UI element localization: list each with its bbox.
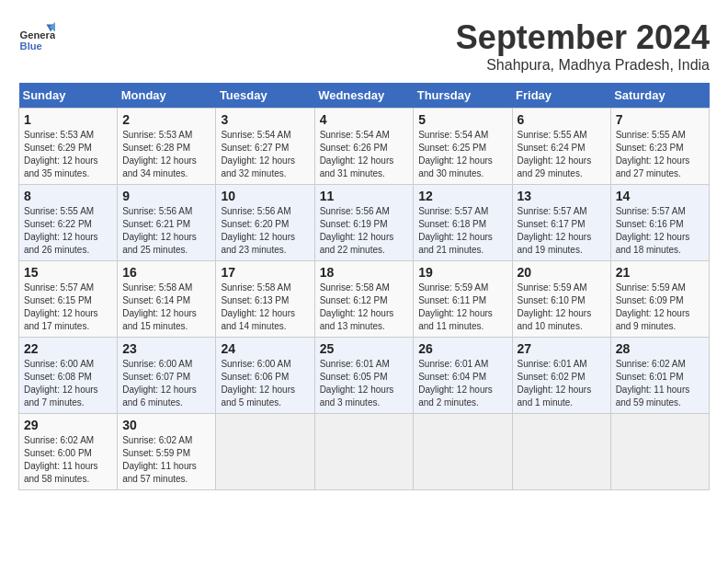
svg-text:General: General	[20, 29, 55, 40]
day-number: 6	[518, 112, 606, 127]
calendar-week-3: 15Sunrise: 5:57 AM Sunset: 6:15 PM Dayli…	[19, 261, 710, 338]
calendar-cell: 26Sunrise: 6:01 AM Sunset: 6:04 PM Dayli…	[414, 338, 512, 414]
calendar-cell	[216, 414, 314, 490]
calendar-cell	[610, 414, 709, 490]
day-number: 17	[221, 265, 309, 280]
calendar-header-row: SundayMondayTuesdayWednesdayThursdayFrid…	[19, 83, 710, 109]
day-number: 14	[616, 189, 704, 203]
day-number: 4	[320, 112, 409, 127]
day-info: Sunrise: 6:01 AM Sunset: 6:02 PM Dayligh…	[518, 358, 606, 409]
month-title: September 2024	[456, 18, 710, 57]
day-number: 20	[518, 265, 606, 280]
day-info: Sunrise: 6:00 AM Sunset: 6:07 PM Dayligh…	[122, 358, 210, 409]
day-info: Sunrise: 6:01 AM Sunset: 6:05 PM Dayligh…	[320, 358, 409, 409]
calendar-table: SundayMondayTuesdayWednesdayThursdayFrid…	[18, 83, 710, 490]
day-info: Sunrise: 6:02 AM Sunset: 6:01 PM Dayligh…	[616, 358, 704, 409]
header-cell-tuesday: Tuesday	[216, 83, 314, 109]
day-info: Sunrise: 5:55 AM Sunset: 6:24 PM Dayligh…	[518, 129, 606, 180]
calendar-cell: 28Sunrise: 6:02 AM Sunset: 6:01 PM Dayli…	[610, 338, 709, 414]
calendar-cell: 25Sunrise: 6:01 AM Sunset: 6:05 PM Dayli…	[314, 338, 414, 414]
page-header: General Blue September 2024 Shahpura, Ma…	[18, 18, 710, 74]
day-number: 8	[24, 189, 112, 203]
header-cell-wednesday: Wednesday	[314, 83, 414, 109]
calendar-cell: 21Sunrise: 5:59 AM Sunset: 6:09 PM Dayli…	[610, 261, 709, 338]
day-info: Sunrise: 5:57 AM Sunset: 6:17 PM Dayligh…	[518, 205, 606, 257]
day-number: 7	[616, 112, 704, 127]
day-info: Sunrise: 5:54 AM Sunset: 6:27 PM Dayligh…	[221, 129, 309, 180]
day-info: Sunrise: 5:57 AM Sunset: 6:15 PM Dayligh…	[24, 282, 112, 333]
calendar-cell: 9Sunrise: 5:56 AM Sunset: 6:21 PM Daylig…	[118, 185, 216, 261]
header-cell-sunday: Sunday	[19, 83, 118, 109]
title-block: September 2024 Shahpura, Madhya Pradesh,…	[456, 18, 710, 74]
calendar-cell: 2Sunrise: 5:53 AM Sunset: 6:28 PM Daylig…	[118, 109, 216, 185]
calendar-cell: 20Sunrise: 5:59 AM Sunset: 6:10 PM Dayli…	[512, 261, 610, 338]
day-info: Sunrise: 5:58 AM Sunset: 6:13 PM Dayligh…	[221, 282, 309, 333]
calendar-cell: 3Sunrise: 5:54 AM Sunset: 6:27 PM Daylig…	[216, 109, 314, 185]
logo-icon: General Blue	[18, 18, 55, 55]
day-number: 1	[24, 112, 112, 127]
calendar-cell: 19Sunrise: 5:59 AM Sunset: 6:11 PM Dayli…	[414, 261, 512, 338]
day-info: Sunrise: 5:59 AM Sunset: 6:11 PM Dayligh…	[418, 282, 506, 333]
day-number: 16	[122, 265, 210, 280]
calendar-body: 1Sunrise: 5:53 AM Sunset: 6:29 PM Daylig…	[19, 109, 710, 490]
header-cell-monday: Monday	[118, 83, 216, 109]
svg-text:Blue: Blue	[20, 40, 42, 52]
day-info: Sunrise: 5:54 AM Sunset: 6:26 PM Dayligh…	[320, 129, 409, 180]
day-number: 18	[320, 265, 409, 280]
day-info: Sunrise: 5:55 AM Sunset: 6:23 PM Dayligh…	[616, 129, 704, 180]
calendar-cell: 29Sunrise: 6:02 AM Sunset: 6:00 PM Dayli…	[19, 414, 118, 490]
day-number: 30	[122, 418, 210, 432]
day-info: Sunrise: 6:02 AM Sunset: 6:00 PM Dayligh…	[24, 434, 112, 486]
calendar-cell: 11Sunrise: 5:56 AM Sunset: 6:19 PM Dayli…	[314, 185, 414, 261]
day-number: 21	[616, 265, 704, 280]
day-info: Sunrise: 5:59 AM Sunset: 6:09 PM Dayligh…	[616, 282, 704, 333]
calendar-cell	[512, 414, 610, 490]
calendar-cell: 5Sunrise: 5:54 AM Sunset: 6:25 PM Daylig…	[414, 109, 512, 185]
day-info: Sunrise: 6:01 AM Sunset: 6:04 PM Dayligh…	[418, 358, 506, 409]
calendar-cell	[314, 414, 414, 490]
calendar-cell: 22Sunrise: 6:00 AM Sunset: 6:08 PM Dayli…	[19, 338, 118, 414]
header-cell-thursday: Thursday	[414, 83, 512, 109]
calendar-week-4: 22Sunrise: 6:00 AM Sunset: 6:08 PM Dayli…	[19, 338, 710, 414]
day-number: 24	[221, 341, 309, 356]
day-info: Sunrise: 5:55 AM Sunset: 6:22 PM Dayligh…	[24, 205, 112, 257]
day-info: Sunrise: 5:54 AM Sunset: 6:25 PM Dayligh…	[418, 129, 506, 180]
day-info: Sunrise: 5:53 AM Sunset: 6:29 PM Dayligh…	[24, 129, 112, 180]
day-number: 2	[122, 112, 210, 127]
calendar-cell: 1Sunrise: 5:53 AM Sunset: 6:29 PM Daylig…	[19, 109, 118, 185]
day-number: 10	[221, 189, 309, 203]
logo: General Blue	[18, 18, 55, 55]
day-info: Sunrise: 6:00 AM Sunset: 6:06 PM Dayligh…	[221, 358, 309, 409]
day-number: 19	[418, 265, 506, 280]
calendar-cell: 13Sunrise: 5:57 AM Sunset: 6:17 PM Dayli…	[512, 185, 610, 261]
day-number: 15	[24, 265, 112, 280]
header-cell-friday: Friday	[512, 83, 610, 109]
day-number: 25	[320, 341, 409, 356]
day-number: 9	[122, 189, 210, 203]
calendar-cell: 17Sunrise: 5:58 AM Sunset: 6:13 PM Dayli…	[216, 261, 314, 338]
calendar-cell: 23Sunrise: 6:00 AM Sunset: 6:07 PM Dayli…	[118, 338, 216, 414]
day-number: 23	[122, 341, 210, 356]
day-number: 22	[24, 341, 112, 356]
day-number: 27	[518, 341, 606, 356]
day-number: 5	[418, 112, 506, 127]
calendar-week-2: 8Sunrise: 5:55 AM Sunset: 6:22 PM Daylig…	[19, 185, 710, 261]
day-info: Sunrise: 5:59 AM Sunset: 6:10 PM Dayligh…	[518, 282, 606, 333]
calendar-cell: 10Sunrise: 5:56 AM Sunset: 6:20 PM Dayli…	[216, 185, 314, 261]
day-number: 11	[320, 189, 409, 203]
day-number: 26	[418, 341, 506, 356]
day-info: Sunrise: 5:56 AM Sunset: 6:20 PM Dayligh…	[221, 205, 309, 257]
day-info: Sunrise: 5:56 AM Sunset: 6:19 PM Dayligh…	[320, 205, 409, 257]
calendar-cell: 12Sunrise: 5:57 AM Sunset: 6:18 PM Dayli…	[414, 185, 512, 261]
day-number: 12	[418, 189, 506, 203]
day-number: 13	[518, 189, 606, 203]
day-number: 28	[616, 341, 704, 356]
day-info: Sunrise: 6:02 AM Sunset: 5:59 PM Dayligh…	[122, 434, 210, 486]
location-subtitle: Shahpura, Madhya Pradesh, India	[456, 57, 710, 74]
calendar-cell: 6Sunrise: 5:55 AM Sunset: 6:24 PM Daylig…	[512, 109, 610, 185]
calendar-cell: 24Sunrise: 6:00 AM Sunset: 6:06 PM Dayli…	[216, 338, 314, 414]
calendar-cell: 27Sunrise: 6:01 AM Sunset: 6:02 PM Dayli…	[512, 338, 610, 414]
calendar-cell: 18Sunrise: 5:58 AM Sunset: 6:12 PM Dayli…	[314, 261, 414, 338]
calendar-cell: 16Sunrise: 5:58 AM Sunset: 6:14 PM Dayli…	[118, 261, 216, 338]
day-number: 29	[24, 418, 112, 432]
